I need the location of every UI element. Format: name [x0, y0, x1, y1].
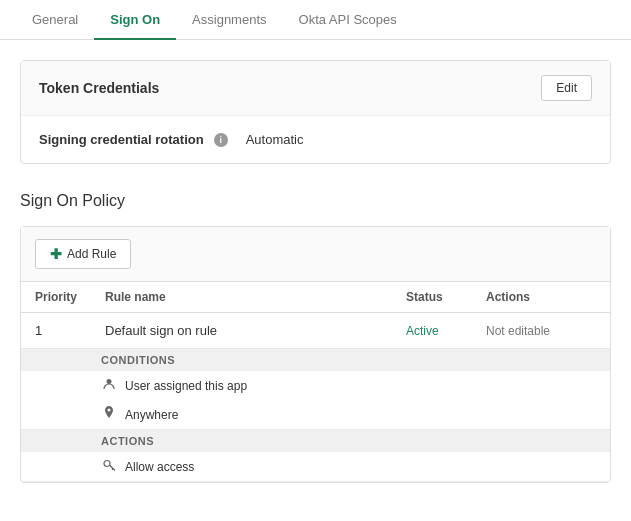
svg-point-0	[107, 379, 112, 384]
condition-user-text: User assigned this app	[125, 379, 247, 393]
plus-icon: ✚	[50, 246, 62, 262]
condition-item-user: User assigned this app	[21, 371, 610, 400]
tab-okta-api-scopes[interactable]: Okta API Scopes	[283, 0, 413, 39]
token-credentials-card: Token Credentials Edit Signing credentia…	[20, 60, 611, 164]
rule-name: Default sign on rule	[105, 323, 406, 338]
status-badge: Active	[406, 324, 486, 338]
field-value: Automatic	[246, 132, 304, 147]
rule-priority: 1	[35, 323, 105, 338]
location-icon	[101, 406, 117, 423]
svg-point-1	[104, 461, 110, 467]
tab-sign-on[interactable]: Sign On	[94, 0, 176, 39]
condition-anywhere-text: Anywhere	[125, 408, 178, 422]
section-title: Sign On Policy	[20, 192, 611, 210]
tab-bar: General Sign On Assignments Okta API Sco…	[0, 0, 631, 40]
card-title: Token Credentials	[39, 80, 159, 96]
info-icon[interactable]: i	[214, 133, 228, 147]
th-status: Status	[406, 290, 486, 304]
condition-item-anywhere: Anywhere	[21, 400, 610, 429]
th-actions: Actions	[486, 290, 596, 304]
main-content: Token Credentials Edit Signing credentia…	[0, 40, 631, 503]
action-allow-text: Allow access	[125, 460, 194, 474]
add-rule-button[interactable]: ✚ Add Rule	[35, 239, 131, 269]
actions-header: ACTIONS	[21, 429, 610, 452]
card-body: Signing credential rotation i Automatic	[21, 116, 610, 163]
card-header: Token Credentials Edit	[21, 61, 610, 116]
table-header: Priority Rule name Status Actions	[21, 282, 610, 313]
tab-assignments[interactable]: Assignments	[176, 0, 282, 39]
tab-general[interactable]: General	[16, 0, 94, 39]
policy-container: ✚ Add Rule Priority Rule name Status Act…	[20, 226, 611, 483]
rule-row: 1 Default sign on rule Active Not editab…	[21, 313, 610, 482]
conditions-header: CONDITIONS	[21, 348, 610, 371]
action-item-allow: Allow access	[21, 452, 610, 481]
rule-main: 1 Default sign on rule Active Not editab…	[21, 313, 610, 348]
add-rule-label: Add Rule	[67, 247, 116, 261]
edit-button[interactable]: Edit	[541, 75, 592, 101]
th-rule-name: Rule name	[105, 290, 406, 304]
th-priority: Priority	[35, 290, 105, 304]
user-icon	[101, 377, 117, 394]
field-label: Signing credential rotation	[39, 132, 204, 147]
key-icon	[101, 458, 117, 475]
rule-actions-label: Not editable	[486, 324, 596, 338]
policy-toolbar: ✚ Add Rule	[21, 227, 610, 282]
signing-credential-row: Signing credential rotation i Automatic	[39, 132, 592, 147]
